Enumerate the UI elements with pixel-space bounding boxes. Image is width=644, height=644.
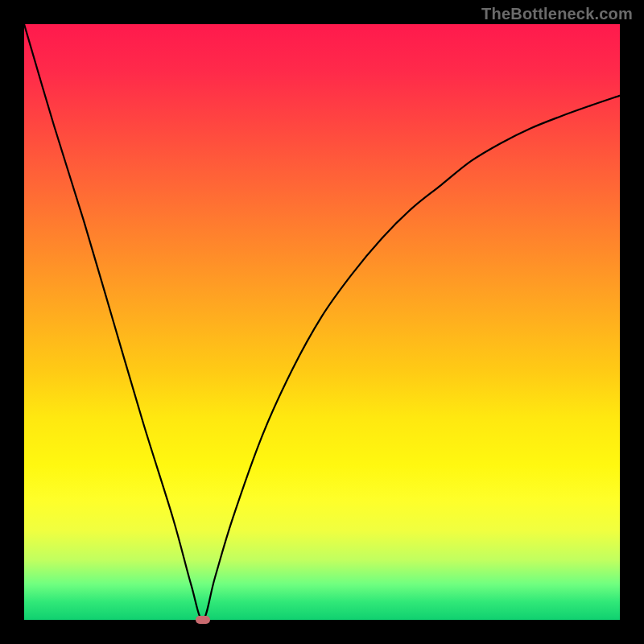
plot-area	[24, 24, 620, 620]
chart-container: TheBottleneck.com	[0, 0, 644, 644]
bottleneck-curve-path	[24, 24, 620, 620]
optimum-marker	[196, 616, 210, 624]
curve-svg	[24, 24, 620, 620]
watermark-text: TheBottleneck.com	[481, 5, 633, 23]
